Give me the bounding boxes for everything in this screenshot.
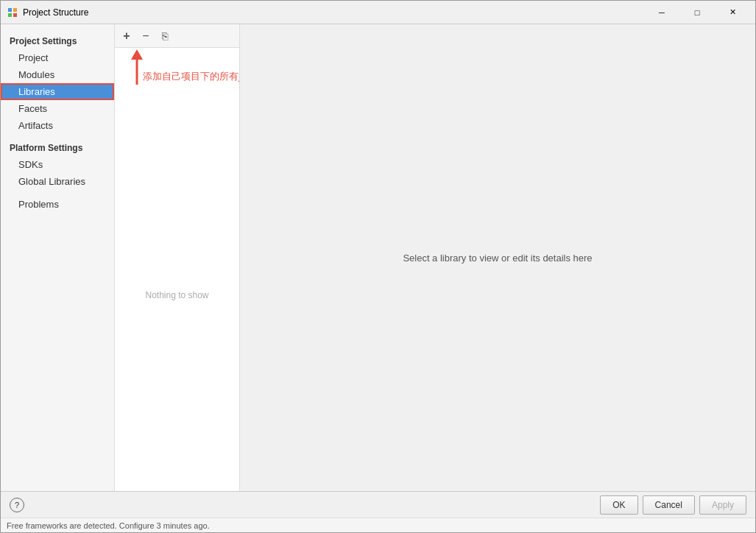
close-button[interactable]: ✕: [716, 1, 749, 24]
bottom-right: OK Cancel Apply: [600, 495, 746, 515]
remove-library-button[interactable]: −: [137, 27, 155, 45]
sidebar-item-global-libraries[interactable]: Global Libraries: [1, 173, 114, 190]
help-button[interactable]: ?: [10, 498, 24, 512]
window-body: Project Settings Project Modules Librari…: [1, 24, 755, 532]
annotation-text: 添加自己项目下的所有jar包: [143, 70, 240, 83]
project-settings-label: Project Settings: [1, 33, 114, 49]
svg-rect-1: [13, 8, 17, 12]
sidebar: Project Settings Project Modules Librari…: [1, 24, 115, 491]
svg-rect-2: [8, 13, 12, 17]
add-library-button[interactable]: +: [118, 27, 135, 45]
copy-library-button[interactable]: ⎘: [156, 27, 174, 45]
maximize-button[interactable]: □: [680, 1, 714, 24]
project-structure-window: Project Structure ─ □ ✕ Project Settings…: [0, 0, 756, 533]
bottom-bar: ? OK Cancel Apply: [1, 491, 755, 518]
sidebar-item-libraries[interactable]: Libraries: [1, 83, 114, 100]
main-content: Project Settings Project Modules Librari…: [1, 24, 755, 491]
ok-button[interactable]: OK: [600, 495, 637, 515]
apply-button[interactable]: Apply: [699, 495, 746, 515]
sidebar-item-artifacts[interactable]: Artifacts: [1, 117, 114, 134]
cancel-button[interactable]: Cancel: [643, 495, 695, 515]
annotation-area: 添加自己项目下的所有jar包: [115, 48, 239, 99]
minimize-button[interactable]: ─: [645, 1, 679, 24]
window-icon: [7, 7, 18, 18]
title-bar: Project Structure ─ □ ✕: [1, 1, 755, 24]
center-empty-state: Nothing to show: [115, 99, 239, 491]
svg-rect-0: [8, 8, 12, 12]
svg-rect-3: [13, 13, 17, 17]
right-panel: Select a library to view or edit its det…: [240, 24, 755, 491]
status-text: Free frameworks are detected. Configure …: [7, 521, 210, 530]
center-panel: + − ⎘ 添加自己项目下的所有jar包: [115, 24, 240, 491]
sidebar-item-project[interactable]: Project: [1, 49, 114, 66]
platform-settings-label: Platform Settings: [1, 140, 114, 156]
sidebar-item-sdks[interactable]: SDKs: [1, 156, 114, 173]
sidebar-item-facets[interactable]: Facets: [1, 100, 114, 117]
sidebar-item-problems[interactable]: Problems: [1, 196, 114, 213]
nothing-to-show-text: Nothing to show: [145, 290, 208, 300]
window-title: Project Structure: [23, 7, 645, 18]
status-bar: Free frameworks are detected. Configure …: [1, 518, 755, 532]
bottom-left: ?: [10, 498, 24, 512]
sidebar-item-modules[interactable]: Modules: [1, 66, 114, 83]
center-toolbar: + − ⎘: [115, 24, 239, 48]
right-panel-placeholder: Select a library to view or edit its det…: [403, 253, 592, 264]
svg-marker-5: [131, 49, 143, 60]
window-controls: ─ □ ✕: [645, 1, 749, 24]
